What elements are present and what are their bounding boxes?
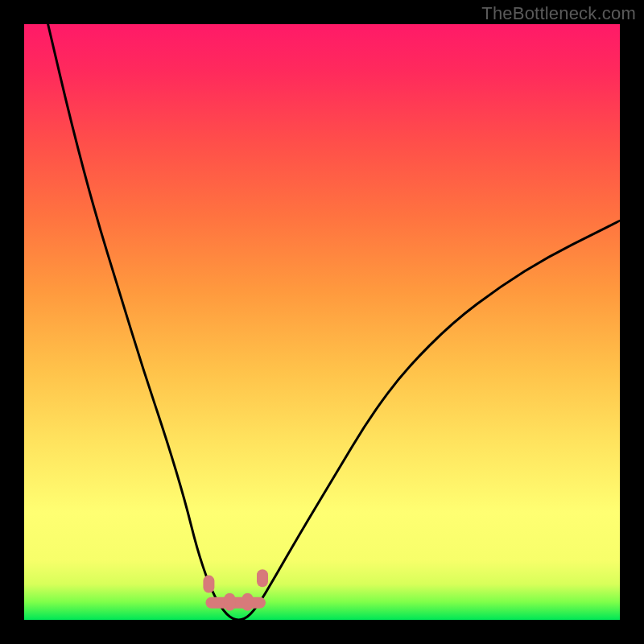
watermark-text: TheBottleneck.com: [481, 3, 636, 24]
min-marker: [224, 593, 235, 611]
min-marker: [203, 576, 214, 593]
plot-area: [24, 24, 620, 620]
min-marker-bridge: [205, 597, 266, 609]
min-markers: [203, 569, 268, 611]
bottleneck-curve: [24, 24, 620, 620]
min-marker: [242, 593, 254, 611]
curve-line: [48, 24, 620, 620]
chart-frame: TheBottleneck.com: [0, 0, 644, 644]
min-marker: [257, 569, 268, 587]
